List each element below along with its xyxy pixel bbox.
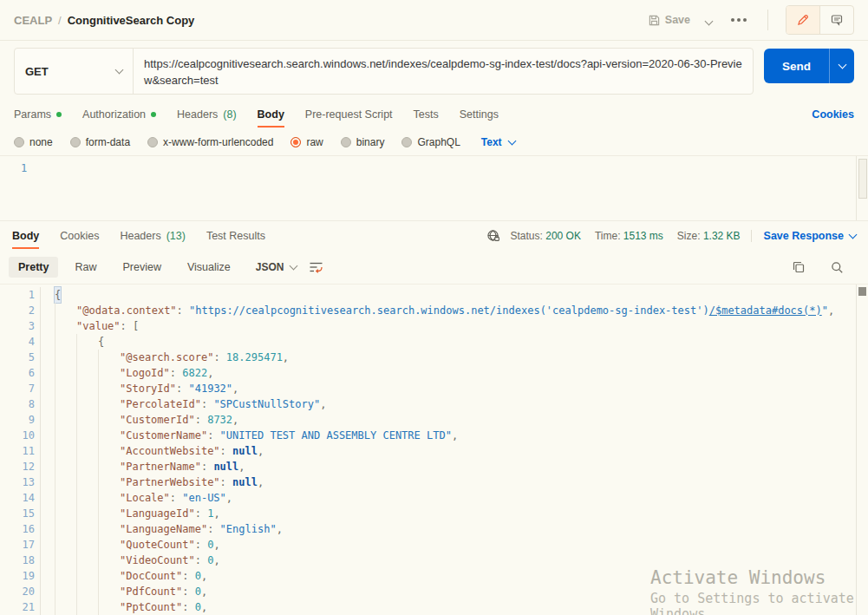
indent-guide xyxy=(76,521,98,537)
view-tab-visualize[interactable]: Visualize xyxy=(178,257,240,278)
tab-settings[interactable]: Settings xyxy=(460,100,499,129)
body-mode-x-www-form-urlencoded[interactable]: x-www-form-urlencoded xyxy=(147,136,273,148)
fold-gutter[interactable] xyxy=(41,412,55,428)
raw-body-editor[interactable]: 1 xyxy=(0,155,868,221)
breadcrumb-workspace[interactable]: CEALP xyxy=(14,14,52,27)
response-tab-body[interactable]: Body xyxy=(12,221,39,251)
line-number: 12 xyxy=(0,459,41,474)
body-mode-none[interactable]: none xyxy=(14,136,53,148)
fold-gutter[interactable] xyxy=(41,521,55,537)
token-key: "value" xyxy=(76,318,121,334)
fold-gutter[interactable] xyxy=(41,428,55,443)
token-pun: , xyxy=(258,443,264,459)
code-line: 20"PdfCount": 0, xyxy=(0,584,868,599)
header-actions: Save xyxy=(649,5,854,35)
tab-authorization[interactable]: Authorization xyxy=(82,100,156,129)
line-number: 11 xyxy=(0,443,41,459)
wrap-text-button[interactable] xyxy=(309,261,323,273)
response-scrollbar-thumb[interactable] xyxy=(858,287,866,296)
tab-params[interactable]: Params xyxy=(14,100,62,129)
url-input[interactable]: https://cealpcognitivesearch.search.wind… xyxy=(134,49,753,94)
tab-label: Pre-request Script xyxy=(305,108,393,121)
response-tab-test-results[interactable]: Test Results xyxy=(206,221,265,251)
body-mode-raw[interactable]: raw xyxy=(290,136,323,148)
response-stats: Status: 200 OK Time: 1513 ms Size: 1.32 … xyxy=(511,230,741,242)
method-select[interactable]: GET xyxy=(15,49,134,94)
raw-language-select[interactable]: Text xyxy=(481,136,515,148)
format-select[interactable]: JSON xyxy=(256,261,297,273)
fold-gutter[interactable] xyxy=(41,537,55,553)
send-options-button[interactable] xyxy=(829,49,854,83)
cookies-link[interactable]: Cookies xyxy=(812,108,854,121)
token-pun: , xyxy=(213,537,219,553)
line-number: 7 xyxy=(0,381,41,396)
body-mode-form-data[interactable]: form-data xyxy=(70,136,130,148)
fold-gutter[interactable] xyxy=(41,474,55,490)
fold-gutter[interactable] xyxy=(41,553,55,568)
token-pun: , xyxy=(213,506,219,521)
tab-count: (8) xyxy=(223,108,236,121)
response-tab-cookies[interactable]: Cookies xyxy=(60,221,99,251)
copy-button[interactable] xyxy=(793,261,805,273)
editor-scrollbar[interactable] xyxy=(856,156,868,220)
indent-guide xyxy=(55,521,76,537)
view-tab-preview[interactable]: Preview xyxy=(113,257,170,278)
response-body-viewer[interactable]: 1{2"@odata.context": "https://cealpcogni… xyxy=(0,285,868,615)
response-scrollbar[interactable] xyxy=(856,285,868,615)
body-mode-binary[interactable]: binary xyxy=(341,136,385,148)
fold-gutter[interactable] xyxy=(41,381,55,396)
body-mode-list: noneform-datax-www-form-urlencodedrawbin… xyxy=(14,136,460,148)
token-key: "PartnerWebsite" xyxy=(120,474,220,490)
line-number: 3 xyxy=(0,318,41,334)
token-num: 1 xyxy=(207,506,213,521)
fold-gutter[interactable] xyxy=(41,396,55,412)
fold-gutter[interactable] xyxy=(41,584,55,599)
fold-gutter[interactable] xyxy=(41,443,55,459)
fold-gutter[interactable] xyxy=(41,287,55,303)
comments-button[interactable] xyxy=(819,6,853,34)
save-options-button[interactable] xyxy=(702,12,715,28)
fold-gutter[interactable] xyxy=(41,490,55,506)
indent-guide xyxy=(55,303,76,318)
editor-scrollbar-thumb[interactable] xyxy=(858,159,867,199)
edit-documentation-button[interactable] xyxy=(786,6,819,34)
tab-pre-request-script[interactable]: Pre-request Script xyxy=(305,100,393,129)
token-str: "English" xyxy=(220,521,277,537)
send-button[interactable]: Send xyxy=(764,49,854,83)
breadcrumb-request-name[interactable]: CongnitiveSearch Copy xyxy=(68,14,195,27)
token-key: "@odata.context" xyxy=(76,303,177,318)
fold-gutter[interactable] xyxy=(41,350,55,365)
body-mode-graphql[interactable]: GraphQL xyxy=(401,136,460,148)
response-tab-headers[interactable]: Headers(13) xyxy=(120,221,185,251)
indent-guide xyxy=(76,537,98,553)
indent-guide xyxy=(98,381,120,396)
response-tools xyxy=(793,261,844,274)
save-button[interactable]: Save xyxy=(649,14,690,26)
tab-headers[interactable]: Headers(8) xyxy=(177,100,237,129)
fold-gutter[interactable] xyxy=(41,318,55,334)
token-key: "@search.score" xyxy=(120,350,213,365)
fold-gutter[interactable] xyxy=(41,599,55,615)
indent-guide xyxy=(98,537,120,553)
view-tab-raw[interactable]: Raw xyxy=(65,257,106,278)
fold-gutter[interactable] xyxy=(41,459,55,474)
fold-gutter[interactable] xyxy=(41,303,55,318)
fold-gutter[interactable] xyxy=(41,506,55,521)
chevron-down-icon xyxy=(290,262,298,271)
fold-gutter[interactable] xyxy=(41,568,55,584)
fold-gutter[interactable] xyxy=(41,334,55,350)
tab-tests[interactable]: Tests xyxy=(414,100,439,129)
search-button[interactable] xyxy=(831,261,844,274)
green-dot-icon xyxy=(56,112,62,117)
save-response-button[interactable]: Save Response xyxy=(751,230,856,242)
view-tab-pretty[interactable]: Pretty xyxy=(9,257,58,278)
tab-body[interactable]: Body xyxy=(258,100,284,129)
indent-guide xyxy=(98,474,120,490)
breadcrumb-separator: / xyxy=(58,14,62,27)
network-ssl-icon[interactable] xyxy=(486,229,500,243)
response-tabs-list: BodyCookiesHeaders(13)Test Results xyxy=(12,221,286,251)
indent-guide xyxy=(55,365,76,381)
indent-guide xyxy=(98,443,120,459)
more-actions-button[interactable] xyxy=(728,18,750,22)
fold-gutter[interactable] xyxy=(41,365,55,381)
